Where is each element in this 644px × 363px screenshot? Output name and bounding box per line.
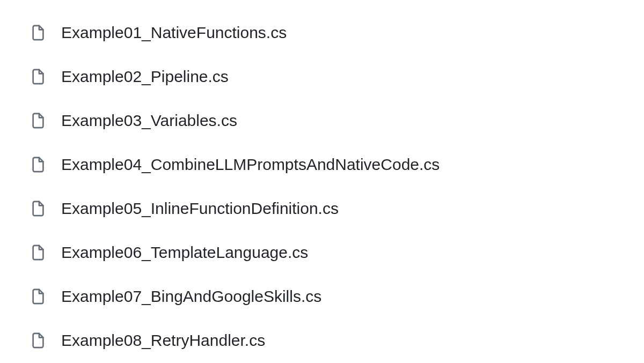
file-icon <box>30 243 46 262</box>
file-row[interactable]: Example06_TemplateLanguage.cs <box>0 231 644 275</box>
file-row[interactable]: Example02_Pipeline.cs <box>0 55 644 99</box>
file-icon <box>30 23 46 42</box>
file-name-link[interactable]: Example06_TemplateLanguage.cs <box>61 241 308 264</box>
file-list: Example01_NativeFunctions.cs Example02_P… <box>0 11 644 362</box>
file-row[interactable]: Example04_CombineLLMPromptsAndNativeCode… <box>0 143 644 187</box>
file-name-link[interactable]: Example08_RetryHandler.cs <box>61 329 265 352</box>
file-name-link[interactable]: Example07_BingAndGoogleSkills.cs <box>61 285 321 308</box>
file-icon <box>30 199 46 218</box>
file-icon <box>30 287 46 306</box>
file-name-link[interactable]: Example02_Pipeline.cs <box>61 65 229 88</box>
file-row[interactable]: Example07_BingAndGoogleSkills.cs <box>0 275 644 318</box>
file-row[interactable]: Example05_InlineFunctionDefinition.cs <box>0 187 644 231</box>
file-row[interactable]: Example08_RetryHandler.cs <box>0 318 644 362</box>
file-name-link[interactable]: Example01_NativeFunctions.cs <box>61 21 287 44</box>
file-icon <box>30 111 46 130</box>
file-name-link[interactable]: Example05_InlineFunctionDefinition.cs <box>61 197 339 220</box>
file-icon <box>30 331 46 350</box>
file-name-link[interactable]: Example04_CombineLLMPromptsAndNativeCode… <box>61 153 440 176</box>
file-icon <box>30 67 46 86</box>
file-icon <box>30 155 46 174</box>
file-row[interactable]: Example03_Variables.cs <box>0 99 644 143</box>
file-row[interactable]: Example01_NativeFunctions.cs <box>0 11 644 55</box>
file-name-link[interactable]: Example03_Variables.cs <box>61 109 237 132</box>
